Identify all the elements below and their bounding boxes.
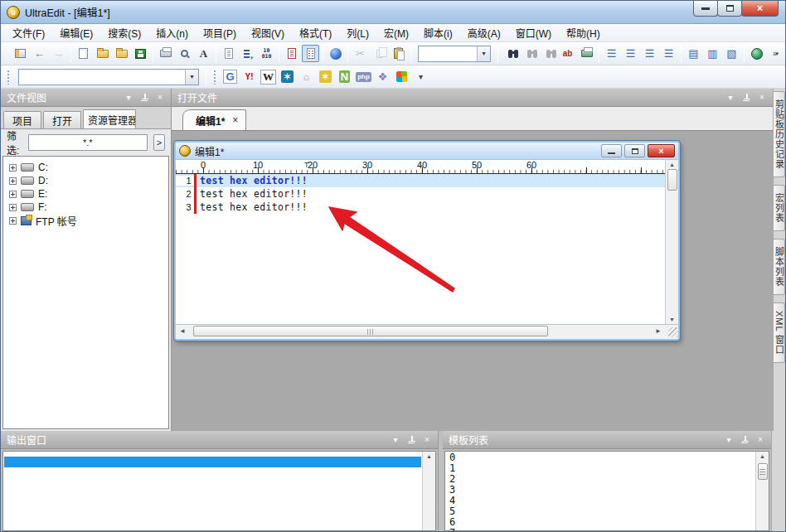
msdn-icon[interactable]: ✶ <box>279 68 296 85</box>
template-list-item[interactable]: 5 <box>449 506 751 517</box>
scroll-right-icon[interactable]: ► <box>652 325 665 337</box>
align-left-icon[interactable]: ☰ <box>603 45 620 62</box>
menu-insert[interactable]: 插入(n) <box>148 23 196 42</box>
menu-format[interactable]: 格式(T) <box>292 23 339 42</box>
scrollbar-thumb[interactable] <box>193 326 548 336</box>
php-icon[interactable]: php <box>355 68 372 85</box>
sort-icon[interactable] <box>239 45 256 62</box>
menu-script[interactable]: 脚本(i) <box>416 23 460 42</box>
template-list-header[interactable]: 模板列表 ▾ × <box>443 431 771 449</box>
cascade-windows-icon[interactable]: ▧ <box>723 45 740 62</box>
tree-item-ftp-accounts[interactable]: FTP 帐号 <box>5 214 167 227</box>
print-preview-icon[interactable] <box>176 45 193 62</box>
back-icon[interactable]: ← <box>31 45 48 62</box>
pin-icon[interactable] <box>139 93 149 103</box>
close-icon[interactable]: × <box>232 114 238 126</box>
minimize-button[interactable] <box>693 1 718 17</box>
side-tab-clipboard-history[interactable]: 剪贴板历史记录 <box>774 91 785 177</box>
scrollbar-thumb[interactable] <box>667 169 677 191</box>
file-view-tab-open[interactable]: 打开 <box>43 111 81 128</box>
expand-icon[interactable] <box>9 191 17 198</box>
wikipedia-icon[interactable]: W <box>260 68 277 85</box>
line-numbers-icon[interactable] <box>302 45 319 62</box>
file-view-tab-project[interactable]: 项目 <box>3 111 41 128</box>
cut-icon[interactable]: ✂ <box>352 45 369 62</box>
selected-row[interactable] <box>4 457 421 467</box>
expand-icon[interactable] <box>9 217 17 225</box>
editor-line[interactable]: 2 test hex editor!!! <box>176 187 665 201</box>
chevron-down-icon[interactable]: ▾ <box>725 93 735 103</box>
filter-go-button[interactable]: > <box>153 134 165 151</box>
find-icon[interactable] <box>502 45 519 62</box>
restore-button[interactable] <box>624 144 645 157</box>
find-next-icon[interactable] <box>540 45 557 62</box>
resize-grip[interactable] <box>665 325 678 337</box>
template-list-item[interactable]: 1 <box>449 463 751 474</box>
chevron-down-icon[interactable]: ▾ <box>391 435 400 445</box>
globe-icon[interactable] <box>748 45 765 62</box>
copy-icon[interactable] <box>371 45 388 62</box>
vertical-scrollbar[interactable]: ▲ ▼ <box>665 160 678 324</box>
find-prev-icon[interactable] <box>521 45 538 62</box>
explorer-tree[interactable]: C: D: E: F: FTP 帐号 <box>2 156 169 429</box>
side-tab-script-list[interactable]: 脚本列表 <box>774 239 785 295</box>
tree-item-drive-d[interactable]: D: <box>5 174 167 187</box>
file-view-toggle-icon[interactable] <box>12 45 29 62</box>
minimize-button[interactable] <box>601 144 622 157</box>
title-bar[interactable]: u UltraEdit - [编辑1*] × <box>1 1 785 24</box>
print-banner-icon[interactable] <box>578 45 595 62</box>
editor-line[interactable]: 3 test hex editor!!! <box>176 201 665 214</box>
menu-edit[interactable]: 编辑(E) <box>52 23 100 42</box>
google-icon[interactable]: G <box>221 68 239 85</box>
chevron-down-icon[interactable]: ▾ <box>477 46 490 61</box>
restore-button[interactable] <box>717 1 742 17</box>
menu-view[interactable]: 视图(V) <box>244 23 292 42</box>
file-view-header[interactable]: 文件视图 ▾ × <box>1 89 171 107</box>
scroll-left-icon[interactable]: ◄ <box>176 325 189 337</box>
horizontal-scrollbar[interactable]: ◄ ► <box>176 324 678 337</box>
open-file-icon[interactable] <box>94 45 111 62</box>
yahoo-icon[interactable]: Y! <box>240 68 258 85</box>
close-icon[interactable]: × <box>155 93 165 103</box>
file-view-tab-explorer[interactable]: 资源管理器 <box>83 109 136 128</box>
split-horizontal-icon[interactable]: ▤ <box>685 45 702 62</box>
vertical-scrollbar[interactable]: ▲ <box>422 452 435 530</box>
menu-column[interactable]: 列(L) <box>339 23 376 42</box>
scrollbar-thumb[interactable] <box>758 463 768 480</box>
toolbar-grip[interactable] <box>7 70 10 85</box>
template-list-item[interactable]: 7 <box>449 528 751 532</box>
toolbar-overflow-icon[interactable]: ▾ <box>412 68 429 85</box>
template-list[interactable]: 01234567 <box>445 452 755 530</box>
align-center-icon[interactable]: ☰ <box>622 45 639 62</box>
msn-icon[interactable]: ❖ <box>374 68 391 85</box>
menu-advanced[interactable]: 高级(A) <box>460 23 508 42</box>
filter-input[interactable] <box>28 134 148 151</box>
pin-icon[interactable] <box>741 93 751 103</box>
template-list-item[interactable]: 3 <box>449 485 751 496</box>
toolbar-combobox[interactable]: ▾ <box>418 46 491 62</box>
toolbar-grip[interactable] <box>213 70 216 85</box>
vertical-scrollbar[interactable]: ▲ <box>755 452 769 530</box>
output-header[interactable]: 输出窗口 ▾ × <box>1 431 438 449</box>
template-list-item[interactable]: 6 <box>449 517 751 528</box>
paste-icon[interactable] <box>390 45 407 62</box>
netscape-icon[interactable]: N <box>336 68 353 85</box>
side-tab-xml-window[interactable]: XML 窗口 <box>774 302 785 363</box>
close-icon[interactable]: × <box>422 435 432 445</box>
align-justify-icon[interactable]: ☰ <box>660 45 677 62</box>
output-list[interactable] <box>3 452 422 530</box>
close-button[interactable]: × <box>741 1 779 17</box>
open-files-header[interactable]: 打开文件 ▾ × <box>172 89 773 107</box>
forward-icon[interactable]: → <box>50 45 67 62</box>
yahoo-developer-icon[interactable]: ✶ <box>317 68 334 85</box>
menu-project[interactable]: 项目(P) <box>196 23 244 42</box>
expand-icon[interactable] <box>9 164 17 172</box>
save-icon[interactable] <box>132 45 149 62</box>
close-icon[interactable]: × <box>757 93 767 103</box>
text-area[interactable]: 1 test hex editor!!! 2 test hex editor!!… <box>176 174 665 324</box>
editor-window-titlebar[interactable]: 编辑1* × <box>176 143 678 160</box>
split-vertical-icon[interactable]: ▥ <box>704 45 721 62</box>
close-file-icon[interactable] <box>113 45 130 62</box>
template-list-item[interactable]: 2 <box>449 474 751 485</box>
compare-icon[interactable] <box>283 45 300 62</box>
